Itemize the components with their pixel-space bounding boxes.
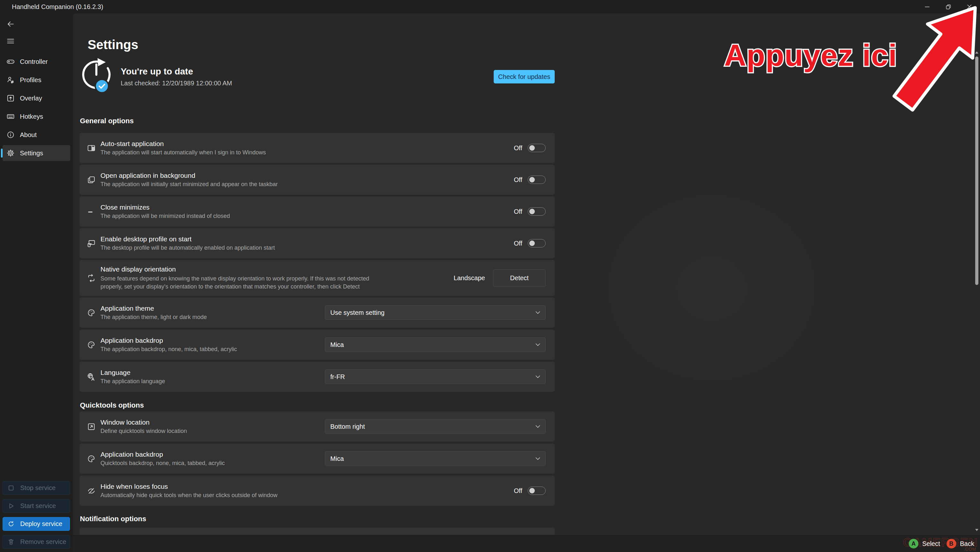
chevron-down-icon <box>535 343 540 346</box>
quicktools-backdrop-dropdown[interactable]: Mica <box>325 451 546 466</box>
setting-card-desktop-profile: Enable desktop profile on start The desk… <box>80 228 555 258</box>
toggle-switch <box>528 239 546 247</box>
sidebar-item-label: About <box>20 131 37 138</box>
minimize-icon <box>924 4 930 10</box>
check-for-updates-button[interactable]: Check for updates <box>494 70 555 83</box>
window-location-icon <box>87 422 95 431</box>
setting-title: Application backdrop <box>100 337 237 344</box>
toggle-switch <box>528 175 546 184</box>
setting-card-open-background: Open application in background The appli… <box>80 165 555 195</box>
setting-title: Open application in background <box>100 172 278 180</box>
section-heading-notifications: Notification options <box>80 515 980 523</box>
setting-card-window-location: Window location Define quicktools window… <box>80 412 555 442</box>
update-status: You're up to date <box>121 67 232 77</box>
update-last-checked: Last checked: 12/20/1989 12:00:00 AM <box>121 80 232 87</box>
scroll-up-arrow-icon[interactable] <box>975 51 978 54</box>
vertical-scrollbar[interactable] <box>975 51 979 531</box>
remove-service-button[interactable]: Remove service <box>3 535 70 549</box>
autostart-window-icon <box>87 144 95 153</box>
service-label: Start service <box>20 502 56 510</box>
toggle-switch <box>528 207 546 216</box>
gear-icon <box>6 149 15 157</box>
setting-card-language: Language The application language fr-FR <box>80 362 555 392</box>
restore-icon <box>946 4 951 10</box>
setting-subtitle: The application will be minimized instea… <box>100 213 230 220</box>
application-theme-dropdown[interactable]: Use system setting <box>325 305 546 320</box>
setting-title: Language <box>100 369 165 377</box>
start-service-button[interactable]: Start service <box>3 499 70 513</box>
overlay-icon <box>6 94 15 102</box>
minimize-dash-icon <box>87 207 95 216</box>
toggle-state-label: Off <box>514 176 522 184</box>
setting-subtitle: The application theme, light or dark mod… <box>100 314 207 321</box>
setting-subtitle: The desktop profile will be automaticall… <box>100 245 275 251</box>
deploy-service-button[interactable]: Deploy service <box>3 517 70 531</box>
setting-card-quicktools-backdrop: Application backdrop Quicktools backdrop… <box>80 444 555 474</box>
toggle-state-label: Off <box>514 208 522 215</box>
hide-when-loses-focus-toggle[interactable]: Off <box>514 487 546 495</box>
window-location-dropdown[interactable]: Bottom right <box>325 419 546 434</box>
window-title: Handheld Companion (0.16.2.3) <box>12 3 103 11</box>
chevron-down-icon <box>535 311 540 314</box>
setting-title: Application theme <box>100 305 207 312</box>
sidebar-item-label: Hotkeys <box>20 113 43 120</box>
background-windows-icon <box>87 175 95 184</box>
chevron-down-icon <box>535 375 540 379</box>
minimize-button[interactable] <box>916 0 938 13</box>
maximize-button[interactable] <box>938 0 959 13</box>
gamepad-a-button-icon: A <box>909 539 918 549</box>
sidebar-item-controller[interactable]: Controller <box>3 54 70 70</box>
back-button[interactable] <box>5 18 17 30</box>
update-check-icon <box>81 58 113 95</box>
sidebar-item-overlay[interactable]: Overlay <box>3 90 70 106</box>
setting-subtitle: The application backdrop, none, mica, ta… <box>100 346 237 353</box>
section-heading-quicktools: Quicktools options <box>80 401 980 409</box>
sidebar-item-label: Profiles <box>20 76 41 84</box>
scroll-down-arrow-icon[interactable] <box>975 529 978 531</box>
autostart-toggle[interactable]: Off <box>514 144 546 152</box>
scrollbar-thumb[interactable] <box>975 56 978 285</box>
detect-button[interactable]: Detect <box>493 269 546 287</box>
window-controls <box>916 0 980 13</box>
hamburger-icon <box>6 37 15 45</box>
setting-card-close-minimizes: Close minimizes The application will be … <box>80 196 555 227</box>
rotate-icon <box>87 274 95 282</box>
language-icon <box>87 372 95 381</box>
titlebar: Handheld Companion (0.16.2.3) <box>0 0 980 13</box>
setting-subtitle: Some features depend on knowing the nati… <box>100 275 383 290</box>
toggle-state-label: Off <box>514 240 522 247</box>
profiles-icon <box>6 76 15 84</box>
sidebar-item-label: Overlay <box>20 95 42 102</box>
desktop-profile-toggle[interactable]: Off <box>514 239 546 247</box>
chevron-down-icon <box>535 457 540 460</box>
sidebar-item-about[interactable]: About <box>3 127 70 143</box>
setting-card-hide-focus: Hide when loses focus Automatically hide… <box>80 476 555 506</box>
dropdown-value: fr-FR <box>330 373 345 381</box>
toggle-switch <box>528 487 546 495</box>
close-icon <box>967 4 972 9</box>
annotation-text: Appuyez ici <box>724 38 897 73</box>
section-heading-general: General options <box>80 117 980 125</box>
app-window: { "window": { "title": "Handheld Compani… <box>0 0 980 552</box>
palette-icon <box>87 340 95 349</box>
sidebar-item-profiles[interactable]: Profiles <box>3 72 70 88</box>
chevron-down-icon <box>535 425 540 428</box>
trash-icon <box>7 538 15 546</box>
close-minimizes-toggle[interactable]: Off <box>514 207 546 216</box>
dropdown-value: Mica <box>330 455 344 463</box>
setting-card-app-backdrop: Application backdrop The application bac… <box>80 329 555 360</box>
hotkeys-icon <box>6 112 15 121</box>
sidebar-item-label: Controller <box>20 58 48 65</box>
setting-subtitle: The application will initially start min… <box>100 181 278 188</box>
stop-service-button[interactable]: Stop service <box>3 481 70 495</box>
sidebar-item-settings[interactable]: Settings <box>3 145 70 161</box>
desktop-profile-icon <box>87 239 95 248</box>
sidebar-item-hotkeys[interactable]: Hotkeys <box>3 108 70 124</box>
dropdown-value: Mica <box>330 341 344 348</box>
application-backdrop-dropdown[interactable]: Mica <box>325 337 546 352</box>
language-dropdown[interactable]: fr-FR <box>325 369 546 384</box>
open-background-toggle[interactable]: Off <box>514 175 546 184</box>
menu-button[interactable] <box>5 35 17 47</box>
close-button[interactable] <box>959 0 980 13</box>
dropdown-value: Bottom right <box>330 423 365 430</box>
